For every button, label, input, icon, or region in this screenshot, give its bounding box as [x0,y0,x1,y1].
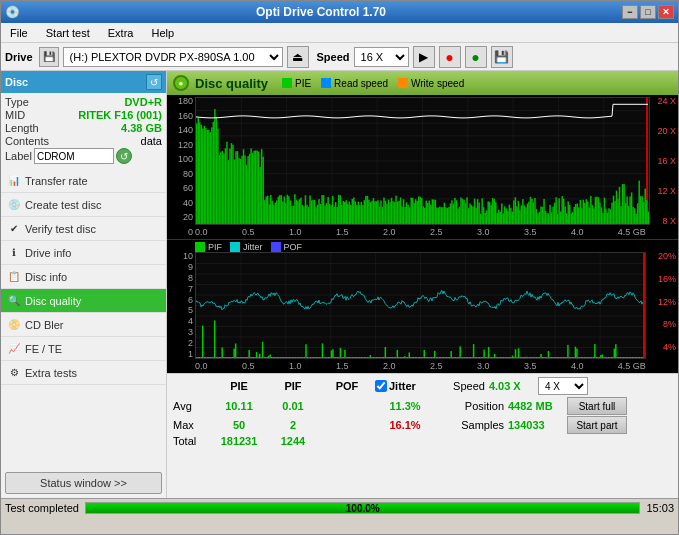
nav-disc-info[interactable]: 📋 Disc info [1,265,166,289]
legend2-jitter: Jitter [230,242,263,252]
avg-label: Avg [173,400,211,412]
disc-quality-title: Disc quality [195,76,268,91]
speed-stat-dropdown[interactable]: 4 X [538,377,588,395]
disc-section-title: Disc [5,76,28,88]
close-button[interactable]: ✕ [658,5,674,19]
stat-header-pie: PIE [213,380,265,392]
nav-verify-test-disc[interactable]: ✔ Verify test disc [1,217,166,241]
menu-help[interactable]: Help [146,26,179,40]
green-btn[interactable]: ● [465,46,487,68]
disc-type-key: Type [5,96,29,108]
top-chart: 180 160 140 120 100 80 60 40 20 0 24 X 2… [167,95,678,240]
jitter-checkbox[interactable] [375,380,387,392]
red-btn[interactable]: ● [439,46,461,68]
max-pie: 50 [213,419,265,431]
disc-section-header: Disc ↺ [1,71,166,93]
disc-label-input[interactable] [34,148,114,164]
position-val: 4482 MB [508,400,563,412]
start-part-button[interactable]: Start part [567,416,627,434]
stat-header-pof: POF [321,380,373,392]
nav-disc-quality[interactable]: 🔍 Disc quality [1,289,166,313]
menu-file[interactable]: File [5,26,33,40]
status-window-button[interactable]: Status window >> [5,472,162,494]
verify-test-disc-icon: ✔ [7,222,21,236]
disc-quality-header: ● Disc quality PIE Read speed Write spee… [167,71,678,95]
speed-stat-label: Speed [430,380,485,392]
legend2-pif: PIF [195,242,222,252]
fe-te-icon: 📈 [7,342,21,356]
drive-bar: Drive 💾 (H:) PLEXTOR DVDR PX-890SA 1.00 … [1,43,678,71]
disc-mid-key: MID [5,109,25,121]
speed-stat-val: 4.03 X [489,380,534,392]
cd-bler-icon: 📀 [7,318,21,332]
max-pif: 2 [267,419,319,431]
disc-type-row: Type DVD+R [5,96,162,108]
disc-type-val: DVD+R [124,96,162,108]
avg-jitter: 11.3% [375,400,435,412]
save-button[interactable]: 💾 [491,46,513,68]
menu-bar: File Start test Extra Help [1,23,678,43]
nav-drive-info[interactable]: ℹ Drive info [1,241,166,265]
transfer-rate-label: Transfer rate [25,175,88,187]
disc-mid-row: MID RITEK F16 (001) [5,109,162,121]
stat-header-jitter: Jitter [389,380,416,392]
drive-info-icon: ℹ [7,246,21,260]
eject-button[interactable]: ⏏ [287,46,309,68]
disc-info-label: Disc info [25,271,67,283]
minimize-button[interactable]: − [622,5,638,19]
disc-length-val: 4.38 GB [121,122,162,134]
disc-quality-label: Disc quality [25,295,81,307]
nav-cd-bler[interactable]: 📀 CD Bler [1,313,166,337]
verify-test-disc-label: Verify test disc [25,223,96,235]
drive-select[interactable]: (H:) PLEXTOR DVDR PX-890SA 1.00 [63,47,283,67]
stats-area: PIE PIF POF Jitter Speed 4.03 X 4 X [167,373,678,498]
drive-icon: 💾 [39,47,59,67]
disc-quality-icon: 🔍 [7,294,21,308]
create-test-disc-label: Create test disc [25,199,101,211]
disc-mid-val: RITEK F16 (001) [78,109,162,121]
samples-val: 134033 [508,419,563,431]
menu-start-test[interactable]: Start test [41,26,95,40]
cd-bler-label: CD Bler [25,319,64,331]
disc-contents-key: Contents [5,135,49,147]
drive-label: Drive [5,51,33,63]
legend: PIE Read speed Write speed [282,78,464,89]
nav-create-test-disc[interactable]: 💿 Create test disc [1,193,166,217]
disc-info-icon: 📋 [7,270,21,284]
app-title: Opti Drive Control 1.70 [20,5,622,19]
start-full-button[interactable]: Start full [567,397,627,415]
speed-select[interactable]: 16 X [354,47,409,67]
status-time: 15:03 [646,502,674,514]
disc-length-key: Length [5,122,39,134]
menu-extra[interactable]: Extra [103,26,139,40]
status-text: Test completed [5,502,79,514]
progress-label: 100.0% [86,503,639,515]
title-bar: 💿 Opti Drive Control 1.70 − □ ✕ [1,1,678,23]
disc-label-row: Label ↺ [5,148,162,164]
legend-pie: PIE [282,78,311,89]
legend-read-speed: Read speed [321,78,388,89]
arrow-button[interactable]: ▶ [413,46,435,68]
avg-pie: 10.11 [213,400,265,412]
disc-label-btn[interactable]: ↺ [116,148,132,164]
stat-header-pif: PIF [267,380,319,392]
legend-write-speed: Write speed [398,78,464,89]
progress-bar: 100.0% [85,502,640,514]
max-label: Max [173,419,211,431]
disc-refresh-button[interactable]: ↺ [146,74,162,90]
max-jitter: 16.1% [375,419,435,431]
nav-transfer-rate[interactable]: 📊 Transfer rate [1,169,166,193]
nav-fe-te[interactable]: 📈 FE / TE [1,337,166,361]
left-panel: Disc ↺ Type DVD+R MID RITEK F16 (001) Le… [1,71,167,498]
stat-max-row: Max 50 2 16.1% Samples 134033 Start part [173,416,672,434]
nav-extra-tests[interactable]: ⚙ Extra tests [1,361,166,385]
legend2-pof: POF [271,242,303,252]
position-label: Position [449,400,504,412]
maximize-button[interactable]: □ [640,5,656,19]
transfer-rate-icon: 📊 [7,174,21,188]
drive-info-label: Drive info [25,247,71,259]
title-icon: 💿 [5,5,20,19]
avg-pif: 0.01 [267,400,319,412]
status-bar: Test completed 100.0% 15:03 [1,498,678,516]
disc-info-table: Type DVD+R MID RITEK F16 (001) Length 4.… [1,93,166,169]
